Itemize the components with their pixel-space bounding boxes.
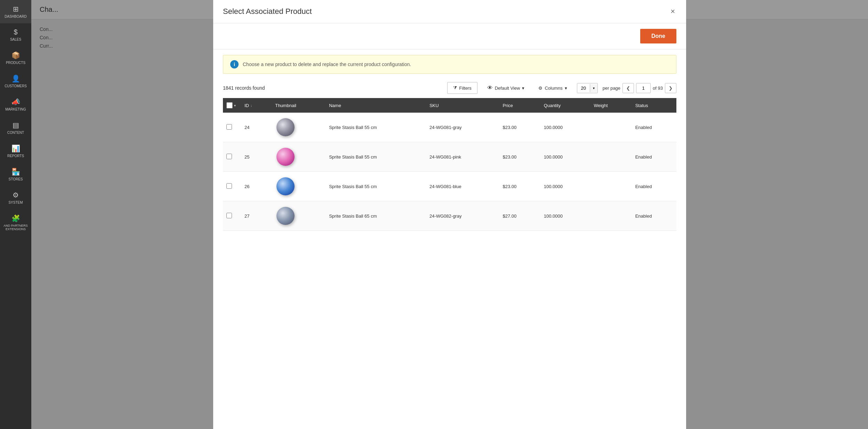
info-text: Choose a new product to delete and repla… xyxy=(243,62,411,67)
sidebar-item-customers[interactable]: 👤 CUSTOMERS xyxy=(0,70,31,93)
sidebar-item-content[interactable]: ▤ CONTENT xyxy=(0,116,31,139)
row-weight xyxy=(589,113,630,142)
row-name: Sprite Stasis Ball 65 cm xyxy=(324,201,425,231)
sidebar-item-dashboard[interactable]: ⊞ DASHBOARD xyxy=(0,0,31,23)
product-ball-2 xyxy=(276,177,295,195)
row-weight xyxy=(589,142,630,172)
funnel-icon: ⧩ xyxy=(453,85,457,91)
chevron-down-icon: ▾ xyxy=(522,86,524,91)
row-checkbox-cell xyxy=(223,142,240,172)
chevron-down-icon-2: ▾ xyxy=(565,86,567,91)
row-checkbox-cell xyxy=(223,172,240,201)
row-thumbnail xyxy=(270,201,324,231)
product-ball-3 xyxy=(276,207,295,225)
marketing-icon: 📣 xyxy=(11,98,20,106)
per-page-value: 20 xyxy=(577,83,590,93)
main-content: Cha... Con... Con... Curr... Select Asso… xyxy=(31,0,868,429)
eye-icon: 👁 xyxy=(487,85,493,91)
product-table-wrap: ▾ ID ↓ Thumbnail Name SKU xyxy=(223,98,676,423)
content-icon: ▤ xyxy=(13,121,19,129)
modal-overlay: Select Associated Product × Done i Choos… xyxy=(31,0,868,429)
done-button[interactable]: Done xyxy=(640,29,676,43)
row-weight xyxy=(589,172,630,201)
row-sku: 24-WG081-pink xyxy=(425,142,498,172)
table-row[interactable]: 25 Sprite Stasis Ball 55 cm 24-WG081-pin… xyxy=(223,142,676,172)
row-price: $27.00 xyxy=(498,201,539,231)
row-sku: 24-WG081-blue xyxy=(425,172,498,201)
table-row[interactable]: 24 Sprite Stasis Ball 55 cm 24-WG081-gra… xyxy=(223,113,676,142)
select-all-checkbox[interactable] xyxy=(226,102,233,108)
controls-row: 1841 records found ⧩ Filters 👁 Default V… xyxy=(213,79,686,98)
sidebar-item-label: CUSTOMERS xyxy=(5,84,27,88)
pagination: 20 ▾ per page ❮ of 93 ❯ xyxy=(577,83,676,93)
row-weight xyxy=(589,201,630,231)
row-price: $23.00 xyxy=(498,172,539,201)
row-checkbox-0[interactable] xyxy=(226,124,232,130)
per-page-label: per page xyxy=(603,86,620,91)
sidebar-item-system[interactable]: ⚙ SYSTEM xyxy=(0,186,31,209)
th-status: Status xyxy=(630,98,676,113)
table-row[interactable]: 27 Sprite Stasis Ball 65 cm 24-WG082-gra… xyxy=(223,201,676,231)
sidebar-item-products[interactable]: 📦 PRODUCTS xyxy=(0,46,31,70)
row-quantity: 100.0000 xyxy=(539,142,589,172)
prev-page-button[interactable]: ❮ xyxy=(622,83,634,93)
default-view-button[interactable]: 👁 Default View ▾ xyxy=(483,82,529,94)
row-name: Sprite Stasis Ball 55 cm xyxy=(324,142,425,172)
sidebar-item-partners[interactable]: 🧩 AND PARTNERS EXTENSIONS xyxy=(0,209,31,236)
select-dropdown-arrow[interactable]: ▾ xyxy=(234,104,236,107)
row-quantity: 100.0000 xyxy=(539,172,589,201)
page-number-input[interactable] xyxy=(636,83,651,93)
row-checkbox-3[interactable] xyxy=(226,213,232,218)
sidebar-item-stores[interactable]: 🏪 STORES xyxy=(0,163,31,186)
sidebar-item-label: REPORTS xyxy=(7,154,24,158)
modal-toolbar: Done xyxy=(213,23,686,49)
th-price: Price xyxy=(498,98,539,113)
info-icon: i xyxy=(230,60,239,68)
row-status: Enabled xyxy=(630,201,676,231)
sales-icon: $ xyxy=(14,28,17,36)
row-quantity: 100.0000 xyxy=(539,201,589,231)
th-quantity: Quantity xyxy=(539,98,589,113)
sidebar-item-label: STORES xyxy=(9,177,23,181)
row-name: Sprite Stasis Ball 55 cm xyxy=(324,172,425,201)
filters-label: Filters xyxy=(459,86,471,91)
sidebar-item-sales[interactable]: $ SALES xyxy=(0,23,31,46)
th-select: ▾ xyxy=(223,98,240,113)
row-checkbox-1[interactable] xyxy=(226,154,232,159)
products-icon: 📦 xyxy=(11,51,20,59)
row-sku: 24-WG082-gray xyxy=(425,201,498,231)
product-ball-0 xyxy=(276,118,295,136)
sidebar-item-reports[interactable]: 📊 REPORTS xyxy=(0,139,31,163)
id-sort-icon[interactable]: ↓ xyxy=(250,103,252,107)
filters-button[interactable]: ⧩ Filters xyxy=(447,82,477,94)
row-checkbox-2[interactable] xyxy=(226,183,232,189)
row-id: 24 xyxy=(240,113,270,142)
info-banner: i Choose a new product to delete and rep… xyxy=(223,55,676,74)
row-thumbnail xyxy=(270,142,324,172)
row-price: $23.00 xyxy=(498,142,539,172)
columns-button[interactable]: ⚙ Columns ▾ xyxy=(534,83,571,94)
table-header-row: ▾ ID ↓ Thumbnail Name SKU xyxy=(223,98,676,113)
table-row[interactable]: 26 Sprite Stasis Ball 55 cm 24-WG081-blu… xyxy=(223,172,676,201)
row-price: $23.00 xyxy=(498,113,539,142)
row-checkbox-cell xyxy=(223,113,240,142)
row-id: 27 xyxy=(240,201,270,231)
next-page-button[interactable]: ❯ xyxy=(665,83,676,93)
sidebar-item-label: SYSTEM xyxy=(8,201,23,204)
sidebar-item-label: DASHBOARD xyxy=(5,15,26,18)
row-status: Enabled xyxy=(630,142,676,172)
columns-label: Columns xyxy=(545,86,562,91)
sidebar: ⊞ DASHBOARD $ SALES 📦 PRODUCTS 👤 CUSTOME… xyxy=(0,0,31,429)
row-id: 25 xyxy=(240,142,270,172)
close-button[interactable]: × xyxy=(669,6,676,17)
default-view-label: Default View xyxy=(495,86,520,91)
records-count: 1841 records found xyxy=(223,85,265,91)
controls-right: ⧩ Filters 👁 Default View ▾ ⚙ Columns ▾ xyxy=(447,82,676,94)
per-page-arrow[interactable]: ▾ xyxy=(590,84,597,92)
th-id: ID ↓ xyxy=(240,98,270,113)
sidebar-item-marketing[interactable]: 📣 MARKETING xyxy=(0,93,31,116)
per-page-select[interactable]: 20 ▾ xyxy=(577,83,598,93)
th-weight: Weight xyxy=(589,98,630,113)
modal: Select Associated Product × Done i Choos… xyxy=(213,0,686,429)
sidebar-item-label: MARKETING xyxy=(5,107,26,111)
